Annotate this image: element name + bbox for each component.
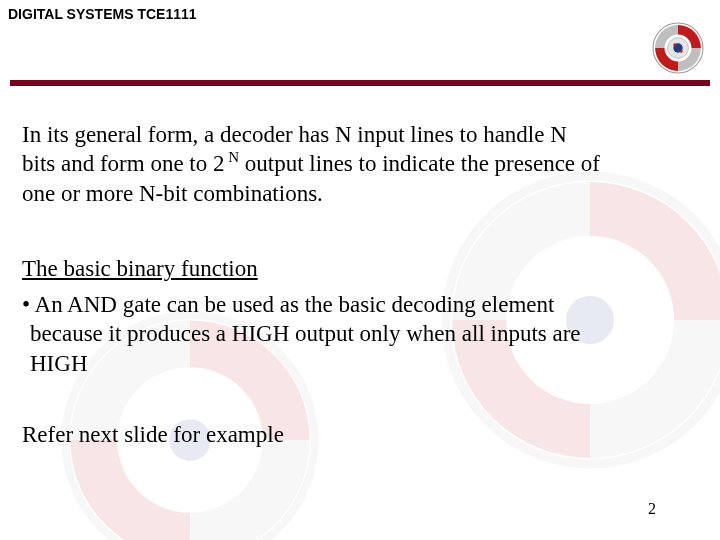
svg-point-8 (680, 50, 683, 53)
section-heading: The basic binary function (22, 254, 720, 283)
bullet-item: • An AND gate can be used as the basic d… (22, 290, 720, 378)
slide-body: In its general form, a decoder has N inp… (22, 120, 720, 450)
text-line: • An AND gate can be used as the basic d… (22, 290, 720, 319)
header-divider (10, 80, 710, 86)
paragraph-decoder-general: In its general form, a decoder has N inp… (22, 120, 720, 208)
superscript-n: N (225, 150, 240, 166)
course-title: DIGITAL SYSTEMS TCE1111 (8, 6, 197, 22)
text-line: because it produces a HIGH output only w… (22, 319, 720, 348)
page-number: 2 (648, 500, 656, 518)
text-line: bits and form one to 2 N output lines to… (22, 149, 720, 178)
text-line: one or more N-bit combinations. (22, 179, 720, 208)
institution-logo-icon (652, 22, 704, 74)
text-line: In its general form, a decoder has N inp… (22, 120, 720, 149)
text-line: HIGH (22, 349, 720, 378)
paragraph-refer-next: Refer next slide for example (22, 420, 720, 449)
text-fragment: output lines to indicate the presence of (239, 151, 600, 176)
section-basic-binary-function: The basic binary function • An AND gate … (22, 254, 720, 378)
slide-header: DIGITAL SYSTEMS TCE1111 (0, 0, 720, 82)
text-fragment: bits and form one to 2 (22, 151, 225, 176)
svg-point-7 (673, 43, 676, 46)
